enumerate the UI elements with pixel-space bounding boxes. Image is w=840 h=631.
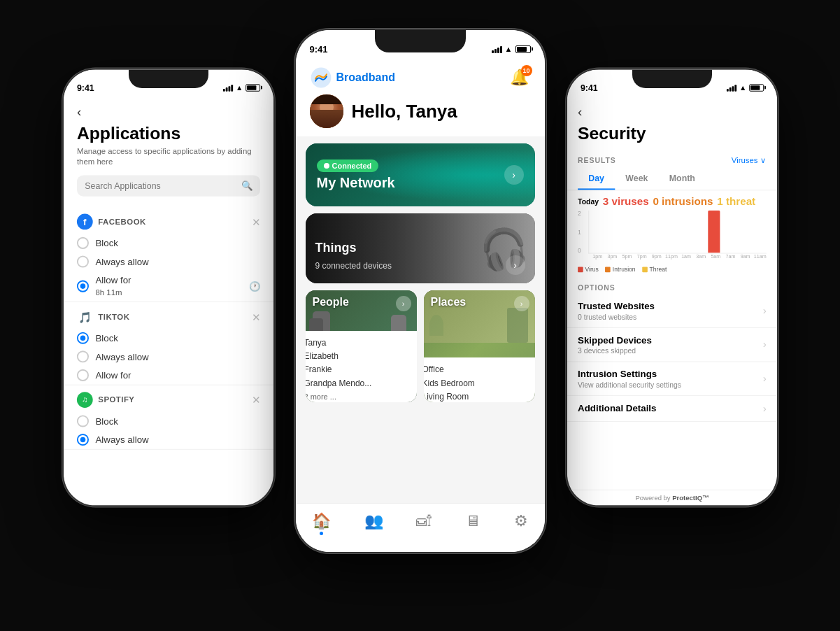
facebook-allowfor-row: Allow for 8h 11m 🕐 — [95, 274, 260, 298]
tiktok-block-option[interactable]: Block — [76, 329, 259, 348]
things-card[interactable]: 🎧 Things 9 connected devices › — [306, 213, 535, 283]
right-signal-icon — [727, 83, 736, 91]
tiktok-logo: 🎵 — [76, 309, 92, 325]
people-name-3: Grandpa Mendo... — [306, 377, 417, 390]
facebook-allowfor-option[interactable]: Allow for 8h 11m 🕐 — [76, 271, 259, 302]
tiktok-allowfor-radio[interactable] — [76, 369, 88, 381]
brand-text: Broadband — [336, 71, 395, 84]
tiktok-close[interactable]: ✕ — [251, 311, 259, 323]
tab-day[interactable]: Day — [578, 168, 615, 190]
tiktok-allowfor-option[interactable]: Allow for — [76, 366, 259, 385]
spotify-block-radio[interactable] — [76, 416, 88, 427]
intrusion-legend-dot — [605, 267, 611, 273]
spotify-label: SPOTIFY — [98, 395, 134, 404]
x-7pm: 7pm — [635, 254, 648, 260]
nav-home[interactable]: 🏠 — [306, 509, 336, 538]
search-input[interactable] — [85, 181, 236, 191]
facebook-allow-radio[interactable] — [76, 256, 88, 268]
things-sublabel: 9 connected devices — [315, 261, 392, 271]
tiktok-allow-radio[interactable] — [76, 350, 88, 362]
trusted-websites-chevron: › — [762, 305, 766, 317]
people-card[interactable]: › People Tanya Elizabeth Frankie Grandpa… — [306, 290, 417, 402]
tiktok-label: TIKTOK — [98, 312, 129, 321]
skipped-devices-title: Skipped Devices — [578, 334, 763, 345]
connected-dot — [324, 163, 329, 169]
right-battery-icon — [749, 84, 764, 91]
spotify-allow-radio[interactable] — [76, 434, 88, 446]
svg-point-0 — [311, 68, 331, 88]
intrusion-settings-option[interactable]: Intrusion Settings View additional secur… — [567, 362, 776, 395]
tab-month[interactable]: Month — [658, 168, 705, 190]
x-11am: 11am — [753, 254, 766, 260]
nav-monitor[interactable]: 🖥 — [460, 509, 486, 538]
viruses-dropdown[interactable]: Viruses ∨ — [731, 156, 766, 165]
right-status-time: 9:41 — [580, 83, 597, 92]
security-back-button[interactable]: ‹ — [578, 104, 767, 120]
virus-legend-dot — [578, 267, 583, 273]
intrusion-count: 0 intrusions — [653, 196, 713, 208]
legend-threat: Threat — [642, 267, 667, 274]
people-name-2: Frankie — [306, 363, 417, 376]
nav-couch[interactable]: 🛋 — [411, 509, 437, 538]
center-battery-icon — [515, 45, 531, 53]
spotify-block-option[interactable]: Block — [76, 412, 259, 431]
center-signal-icon — [492, 45, 502, 53]
page-subtitle: Manage access to specific applications b… — [76, 147, 259, 168]
network-card[interactable]: Connected My Network › — [306, 143, 535, 206]
page-title: Applications — [76, 123, 259, 143]
notification-badge: 10 — [521, 65, 532, 76]
x-9pm: 9pm — [650, 254, 662, 260]
search-bar[interactable]: 🔍 — [76, 176, 259, 197]
x-1am: 1am — [679, 254, 692, 260]
chart-wrapper: 2 1 0 — [578, 211, 767, 264]
places-card[interactable]: › Places Office Kids Bedroom Living Room — [424, 290, 535, 402]
back-button[interactable]: ‹ — [76, 104, 259, 120]
places-chevron[interactable]: › — [514, 296, 529, 311]
people-nav-icon: 👥 — [364, 512, 383, 530]
tiktok-allow-option[interactable]: Always allow — [76, 348, 259, 367]
virus-legend-label: Virus — [585, 267, 598, 274]
monitor-icon: 🖥 — [465, 512, 480, 530]
things-chevron[interactable]: › — [506, 255, 525, 275]
wifi-icon: ▲ — [236, 83, 243, 91]
facebook-block-option[interactable]: Block — [76, 234, 259, 253]
tiktok-header: 🎵 TIKTOK ✕ — [76, 302, 259, 329]
people-more: 2 more ... — [306, 392, 336, 401]
people-chevron[interactable]: › — [396, 296, 411, 311]
right-notch — [632, 69, 712, 88]
nav-settings[interactable]: ⚙ — [508, 509, 534, 538]
facebook-block-label: Block — [95, 238, 118, 248]
x-3pm: 3pm — [606, 254, 618, 260]
viruses-chevron-icon: ∨ — [760, 156, 767, 165]
powered-by-label: Powered by — [635, 494, 670, 501]
x-11pm: 11pm — [664, 254, 677, 260]
tiktok-logo-name: 🎵 TIKTOK — [76, 309, 129, 325]
right-status-icons: ▲ — [727, 83, 764, 91]
intrusion-legend-label: Intrusion — [612, 267, 635, 274]
skipped-devices-option[interactable]: Skipped Devices 3 devices skipped › — [567, 328, 776, 362]
network-chevron[interactable]: › — [504, 165, 524, 185]
left-status-time: 9:41 — [76, 83, 94, 92]
tab-week[interactable]: Week — [615, 168, 658, 190]
gear-icon: ⚙ — [514, 512, 528, 530]
left-status-icons: ▲ — [223, 83, 260, 91]
facebook-allowfor-radio[interactable] — [76, 281, 88, 292]
trusted-websites-option[interactable]: Trusted Websites 0 trusted websites › — [567, 295, 776, 328]
facebook-block-radio[interactable] — [76, 237, 88, 249]
spotify-allow-option[interactable]: Always allow — [76, 430, 259, 449]
tiktok-block-radio[interactable] — [76, 332, 88, 344]
people-name-0: Tanya — [306, 336, 417, 350]
nav-people[interactable]: 👥 — [359, 509, 389, 538]
people-label: People — [313, 296, 349, 309]
skipped-devices-sub: 3 devices skipped — [578, 347, 763, 355]
intrusion-settings-chevron: › — [762, 373, 766, 385]
facebook-allow-option[interactable]: Always allow — [76, 253, 259, 271]
places-name-0: Office — [424, 363, 535, 376]
spotify-close[interactable]: ✕ — [251, 394, 259, 406]
additional-details-option[interactable]: Additional Details › — [567, 396, 776, 422]
notification-bell[interactable]: 🔔 10 — [508, 66, 531, 89]
facebook-logo: f — [76, 214, 92, 230]
facebook-close[interactable]: ✕ — [251, 215, 259, 228]
network-content: Connected My Network › — [306, 143, 535, 206]
connected-label: Connected — [332, 162, 372, 170]
